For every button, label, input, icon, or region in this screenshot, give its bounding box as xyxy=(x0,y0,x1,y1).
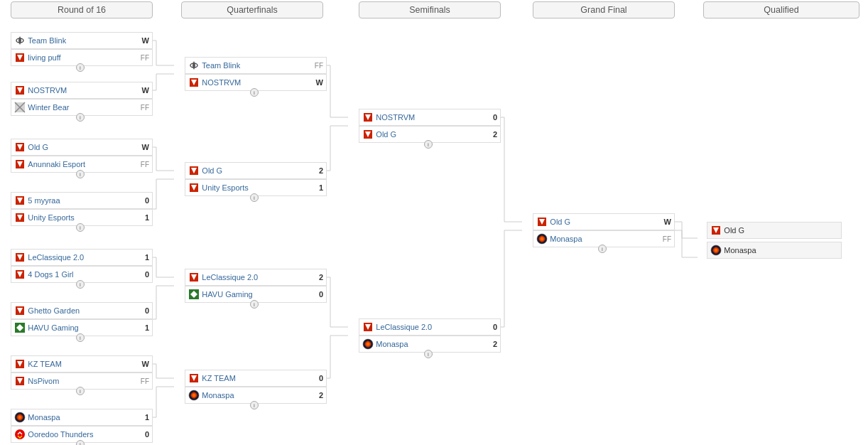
team-name: 5 myyraa xyxy=(28,196,134,205)
info-icon[interactable]: i xyxy=(76,440,85,445)
team-name: HAVU Gaming xyxy=(202,290,308,299)
team-row: LeClassique 2.0 2 xyxy=(185,269,327,286)
r16-match-8: Monaspa 1 Ooredoo Thunders 0 i xyxy=(11,409,153,445)
team-score: FF xyxy=(134,54,149,62)
info-icon[interactable]: i xyxy=(250,401,259,409)
team-row: 5 myyraa 0 xyxy=(11,192,153,209)
team-row: Monaspa 1 xyxy=(11,409,153,426)
team-name: KZ TEAM xyxy=(202,374,308,382)
team-name: HAVU Gaming xyxy=(28,323,134,332)
team-name: Monaspa xyxy=(376,340,482,348)
dota-icon xyxy=(710,225,722,236)
team-row: NOSTRVM W xyxy=(11,82,153,99)
team-name: 4 Dogs 1 Girl xyxy=(28,270,134,279)
svg-point-32 xyxy=(367,343,370,346)
team-name: LeClassique 2.0 xyxy=(202,273,308,282)
dota-icon xyxy=(14,52,26,63)
team-name: living puff xyxy=(28,53,134,62)
team-name: Old G xyxy=(724,226,838,235)
team-score: 2 xyxy=(308,391,323,400)
bracket-container: Round of 16 Quarterfinals Semifinals Gra… xyxy=(0,0,868,445)
team-score: FF xyxy=(134,104,149,112)
team-score: 2 xyxy=(482,130,497,139)
team-score: 2 xyxy=(482,340,497,348)
team-name: Old G xyxy=(202,166,308,175)
info-icon[interactable]: i xyxy=(424,350,433,358)
dota-icon xyxy=(362,321,374,333)
team-name: Monaspa xyxy=(550,235,656,243)
r16-header: Round of 16 xyxy=(11,1,153,24)
team-score: 0 xyxy=(482,113,497,122)
info-icon[interactable]: i xyxy=(250,193,259,202)
dota-icon xyxy=(188,165,200,176)
dota-icon xyxy=(14,269,26,280)
qual-team-1: Old G xyxy=(707,222,842,239)
qual-header: Qualified xyxy=(703,1,859,24)
monaspa-icon xyxy=(710,245,722,256)
gf-match-1: Old G W Monaspa FF i xyxy=(533,213,675,253)
r16-match-7: KZ TEAM W NsPivom FF i xyxy=(11,355,153,395)
team-row: NOSTRVM 0 xyxy=(359,109,501,126)
info-icon[interactable]: i xyxy=(250,300,259,309)
info-icon[interactable]: i xyxy=(76,113,85,122)
dota-icon xyxy=(188,372,200,384)
team-name: Ooredoo Thunders xyxy=(28,430,134,439)
info-icon[interactable]: i xyxy=(424,140,433,149)
team-score: FF xyxy=(134,161,149,168)
team-name: Old G xyxy=(550,218,656,226)
svg-point-35 xyxy=(541,237,544,241)
qf-match-4: KZ TEAM 0 Monaspa 2 i xyxy=(185,370,327,409)
svg-point-38 xyxy=(715,249,718,252)
info-icon[interactable]: i xyxy=(76,280,85,289)
dota-icon xyxy=(14,305,26,316)
team-name: LeClassique 2.0 xyxy=(28,253,134,262)
team-score: 1 xyxy=(134,413,149,422)
team-score: FF xyxy=(134,377,149,385)
info-icon[interactable]: i xyxy=(76,223,85,232)
qual-team-2: Monaspa xyxy=(707,242,842,259)
info-icon[interactable]: i xyxy=(598,245,607,253)
team-name: NsPivom xyxy=(28,377,134,385)
team-name: Monaspa xyxy=(28,413,134,422)
dota-icon xyxy=(14,85,26,96)
team-name: Monaspa xyxy=(724,246,838,254)
tblink-icon xyxy=(188,60,200,71)
winterbear-icon xyxy=(14,102,26,113)
dota-icon xyxy=(14,252,26,263)
team-row: Old G W xyxy=(11,139,153,156)
team-score: 0 xyxy=(134,430,149,439)
team-score: 0 xyxy=(134,306,149,315)
dota-icon xyxy=(14,159,26,170)
team-score: W xyxy=(134,360,149,368)
monaspa-icon xyxy=(188,390,200,401)
team-row: LeClassique 2.0 1 xyxy=(11,249,153,266)
team-name: Old G xyxy=(28,143,134,151)
dota-icon xyxy=(14,195,26,206)
r16-match-5: LeClassique 2.0 1 4 Dogs 1 Girl 0 i xyxy=(11,249,153,289)
team-score: W xyxy=(134,86,149,95)
team-score: W xyxy=(308,78,323,87)
team-score: 1 xyxy=(134,213,149,222)
info-icon[interactable]: i xyxy=(76,387,85,395)
monaspa-icon xyxy=(362,338,374,350)
team-score: 0 xyxy=(134,196,149,205)
info-icon[interactable]: i xyxy=(76,63,85,72)
dota-icon xyxy=(362,129,374,140)
team-name: Anunnaki Esport xyxy=(28,160,134,168)
team-score: W xyxy=(134,36,149,45)
team-score: 0 xyxy=(134,270,149,279)
team-score: W xyxy=(656,218,671,226)
info-icon[interactable]: i xyxy=(76,170,85,178)
team-row: Old G W xyxy=(533,213,675,230)
team-name: NOSTRVM xyxy=(28,86,134,95)
qf-match-1: Team Blink FF NOSTRVM W i xyxy=(185,57,327,97)
team-name: Ghetto Garden xyxy=(28,306,134,315)
r16-match-1: Team Blink W living puff FF i xyxy=(11,32,153,72)
team-name: NOSTRVM xyxy=(202,78,308,87)
team-name: Team Blink xyxy=(202,61,308,70)
dota-icon xyxy=(188,272,200,283)
info-icon[interactable]: i xyxy=(76,333,85,342)
info-icon[interactable]: i xyxy=(250,88,259,97)
team-score: 1 xyxy=(134,253,149,262)
dota-icon xyxy=(188,77,200,88)
